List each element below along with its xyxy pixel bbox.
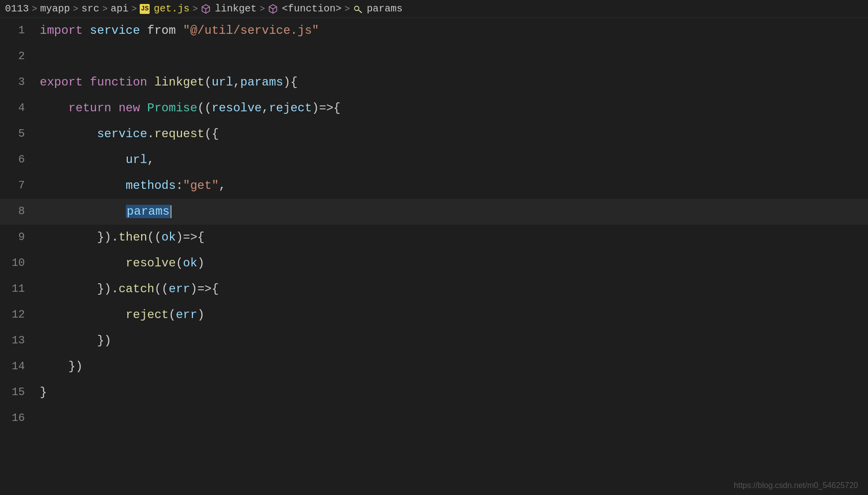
breadcrumb-item-myapp: myapp: [40, 3, 70, 14]
breadcrumb-item-api: api: [110, 3, 128, 14]
code-line-8: 8 params: [0, 199, 868, 225]
token: resolve: [212, 101, 262, 115]
code-line-5: 5 service.request({: [0, 121, 868, 147]
token: then: [118, 231, 147, 244]
token: ){: [283, 76, 298, 89]
breadcrumb-sep: >: [132, 4, 137, 14]
token: "@/util/service.js": [183, 24, 319, 37]
token: return: [40, 101, 118, 115]
line-content-12: reject(err): [35, 302, 868, 328]
highlighted-param: params: [126, 205, 171, 218]
breadcrumb-sep: >: [192, 4, 198, 14]
token: (: [169, 308, 175, 322]
box-icon-1: [201, 4, 211, 14]
line-content-3: export function linkget(url,params){: [35, 70, 868, 95]
watermark: https://blog.csdn.net/m0_54625720: [734, 481, 858, 490]
token: }): [40, 282, 111, 296]
box-icon-2: [268, 4, 278, 14]
breadcrumb-item-src: src: [82, 3, 99, 14]
token: .: [111, 282, 118, 296]
line-number-6: 6: [0, 147, 35, 173]
code-line-15: 15}: [0, 380, 868, 406]
line-number-13: 13: [0, 328, 35, 354]
code-line-9: 9 }).then((ok)=>{: [0, 225, 868, 250]
token: linkget: [154, 76, 204, 89]
token: service: [90, 24, 140, 37]
token: ((: [147, 231, 162, 244]
breadcrumb-sep: >: [32, 4, 37, 14]
token: "get": [183, 179, 219, 192]
token: )=>{: [176, 231, 205, 244]
token: resolve: [40, 256, 176, 270]
token: ((: [197, 101, 212, 115]
token: }): [40, 231, 111, 244]
code-line-2: 2: [0, 44, 868, 70]
token: ,: [233, 76, 240, 89]
code-line-16: 16: [0, 406, 868, 431]
code-line-4: 4 return new Promise((resolve,reject)=>{: [0, 95, 868, 121]
line-content-8: params: [35, 199, 868, 225]
token: reject: [40, 308, 169, 322]
token: .: [147, 127, 154, 141]
line-number-9: 9: [0, 225, 35, 250]
breadcrumb-sep: >: [260, 4, 265, 14]
token: params: [240, 76, 283, 89]
token: reject: [269, 101, 312, 115]
line-content-9: }).then((ok)=>{: [35, 225, 868, 250]
line-content-13: }): [35, 328, 868, 354]
token: err: [176, 308, 197, 322]
code-editor: 1import service from "@/util/service.js"…: [0, 18, 868, 431]
line-number-2: 2: [0, 44, 35, 70]
token: :: [176, 179, 183, 192]
code-line-13: 13 }): [0, 328, 868, 354]
token: ({: [204, 127, 219, 141]
token: ): [197, 308, 204, 322]
token: function: [90, 76, 155, 89]
breadcrumb-item-root: 0113: [5, 3, 29, 14]
token: service: [40, 127, 147, 141]
code-line-10: 10 resolve(ok): [0, 250, 868, 276]
token: catch: [118, 282, 154, 296]
line-content-15: }: [35, 380, 868, 406]
code-line-14: 14 }): [0, 354, 868, 380]
line-content-1: import service from "@/util/service.js": [35, 18, 868, 44]
line-number-4: 4: [0, 95, 35, 121]
token: }): [40, 360, 83, 373]
token: (: [176, 256, 183, 270]
token: url: [40, 153, 147, 166]
line-number-14: 14: [0, 354, 35, 380]
js-icon: JS: [140, 4, 150, 14]
token: methods: [40, 179, 176, 192]
token: from: [140, 24, 183, 37]
code-line-12: 12 reject(err): [0, 302, 868, 328]
breadcrumb-sep: >: [102, 4, 108, 14]
token: .: [111, 231, 118, 244]
breadcrumb-item-function: <function>: [282, 3, 342, 14]
code-line-1: 1import service from "@/util/service.js": [0, 18, 868, 44]
token: ((: [154, 282, 169, 296]
token: ,: [219, 179, 226, 192]
line-number-16: 16: [0, 406, 35, 431]
token: ok: [162, 231, 176, 244]
line-number-12: 12: [0, 302, 35, 328]
token: )=>{: [190, 282, 219, 296]
line-content-7: methods:"get",: [35, 173, 868, 199]
line-content-10: resolve(ok): [35, 250, 868, 276]
token: ): [197, 256, 204, 270]
line-content-2: [35, 44, 868, 70]
token: err: [169, 282, 190, 296]
breadcrumb: 0113 > myapp > src > api > JS get.js > l…: [0, 0, 868, 18]
breadcrumb-sep: >: [345, 4, 350, 14]
line-number-10: 10: [0, 250, 35, 276]
code-line-6: 6 url,: [0, 147, 868, 173]
line-content-11: }).catch((err)=>{: [35, 276, 868, 302]
line-content-6: url,: [35, 147, 868, 173]
line-number-15: 15: [0, 380, 35, 406]
line-number-7: 7: [0, 173, 35, 199]
line-content-5: service.request({: [35, 121, 868, 147]
token: [40, 205, 126, 218]
token: export: [40, 76, 90, 89]
line-number-3: 3: [0, 70, 35, 95]
line-content-4: return new Promise((resolve,reject)=>{: [35, 95, 868, 121]
breadcrumb-item-linkget: linkget: [215, 3, 257, 14]
